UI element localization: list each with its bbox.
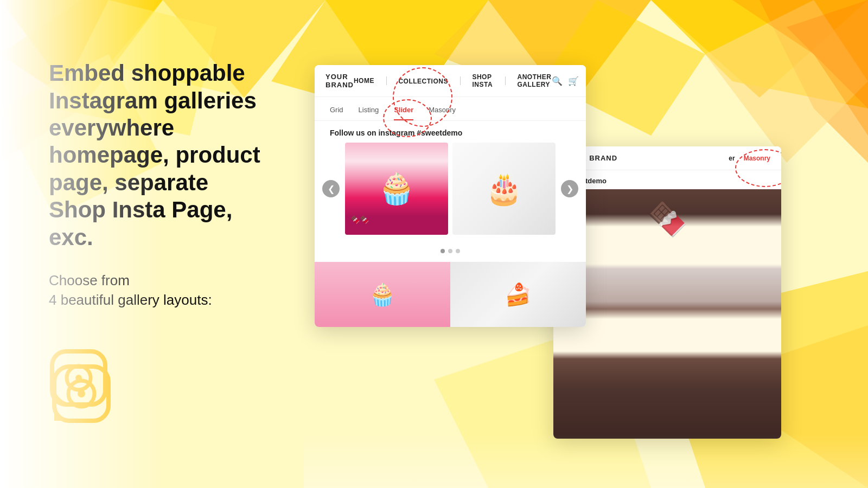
nav-link-collections[interactable]: COLLECTIONS xyxy=(398,78,448,85)
tab-listing[interactable]: Listing xyxy=(359,106,379,120)
tab-masonry[interactable]: Masonry xyxy=(429,106,456,120)
cake-slice-image: 🎂 xyxy=(452,143,556,235)
nav-link-another-gallery[interactable]: ANOTHER GALLERY xyxy=(518,73,552,88)
nav-divider-1 xyxy=(386,76,387,85)
sub-headline: Choose from 4 beautiful gallery layouts: xyxy=(49,271,271,310)
cart-icon[interactable]: 🛒 xyxy=(568,76,579,86)
slider-area: ❮ 🧁 🍫🍫 🎂 ❯ xyxy=(315,143,586,243)
nav-links-container: HOME COLLECTIONS SHOP INSTA ANOTHER GALL… xyxy=(354,73,552,88)
tab-slider[interactable]: Slider xyxy=(394,106,413,120)
right-section: YOUR BRAND er Masonry #sweetdemo 🍫 xyxy=(304,0,868,488)
cupcake-image: 🧁 🍫🍫 xyxy=(345,143,448,235)
nav-collections-wrapper: COLLECTIONS xyxy=(398,76,448,86)
bottom-image-cake: 🍰 xyxy=(450,262,586,327)
browser-nav-bar: YOUR BRAND HOME COLLECTIONS SHOP INSTA A… xyxy=(315,65,586,97)
dot-1[interactable] xyxy=(441,249,445,253)
slider-image-1: 🧁 🍫🍫 xyxy=(345,143,448,235)
choco-decoration: 🍫 xyxy=(647,200,688,239)
choc-detail: 🍫🍫 xyxy=(350,215,369,224)
instagram-like-logo xyxy=(49,361,114,426)
nav-divider-3 xyxy=(505,76,506,85)
tab-grid[interactable]: Grid xyxy=(330,106,343,120)
browser-window-front: YOUR BRAND HOME COLLECTIONS SHOP INSTA A… xyxy=(315,65,586,327)
dot-3[interactable] xyxy=(456,249,460,253)
search-icon[interactable]: 🔍 xyxy=(552,76,563,86)
nav-icons-container: 🔍 🛒 xyxy=(552,76,579,86)
gallery-tabs: Grid Listing Slider Masonry xyxy=(315,97,586,121)
slider-images-container: 🧁 🍫🍫 🎂 xyxy=(345,143,556,235)
back-nav-right: er Masonry xyxy=(729,155,770,162)
dot-2[interactable] xyxy=(448,249,452,253)
back-nav-link-er: er xyxy=(729,155,735,162)
tiramisu-image: 🍫 xyxy=(553,189,781,439)
back-big-image-container: 🍫 xyxy=(553,189,781,439)
tiramisu-gradient: 🍫 xyxy=(553,189,781,439)
back-content: #sweetdemo 🍫 xyxy=(553,170,781,439)
logo-container xyxy=(49,361,271,428)
main-headline: Embed shoppable Instagram galleries ever… xyxy=(49,60,271,251)
slider-dots xyxy=(315,243,586,262)
gallery-header: Follow us on instagram #sweetdemo xyxy=(315,121,586,143)
back-nav-masonry: Masonry xyxy=(744,155,770,162)
back-nav-bar: YOUR BRAND er Masonry xyxy=(553,146,781,170)
back-nav-masonry-wrapper: Masonry xyxy=(744,155,770,162)
nav-link-shopinsta[interactable]: SHOP INSTA xyxy=(472,73,493,88)
left-panel: Embed shoppable Instagram galleries ever… xyxy=(0,0,304,488)
nav-link-home[interactable]: HOME xyxy=(354,77,374,85)
brand-logo: YOUR BRAND xyxy=(326,73,354,89)
browser-window-back: YOUR BRAND er Masonry #sweetdemo 🍫 xyxy=(553,146,781,439)
svg-point-27 xyxy=(78,390,85,397)
nav-divider-2 xyxy=(460,76,461,85)
back-gallery-header: #sweetdemo xyxy=(553,170,781,189)
slider-prev-button[interactable]: ❮ xyxy=(322,180,340,197)
bottom-images-row: 🧁 🍰 xyxy=(315,262,586,327)
slider-next-button[interactable]: ❯ xyxy=(561,180,578,197)
slider-image-2: 🎂 xyxy=(452,143,556,235)
bottom-image-cupcake: 🧁 xyxy=(315,262,450,327)
